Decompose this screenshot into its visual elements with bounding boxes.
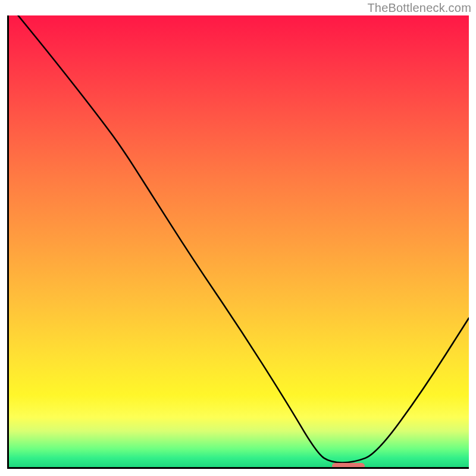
optimal-marker: [332, 463, 364, 469]
curve-path: [18, 15, 469, 462]
bottleneck-curve: [9, 15, 469, 467]
chart-stage: TheBottleneck.com: [0, 0, 476, 476]
watermark-text: TheBottleneck.com: [367, 1, 471, 15]
plot-area: [7, 15, 469, 469]
